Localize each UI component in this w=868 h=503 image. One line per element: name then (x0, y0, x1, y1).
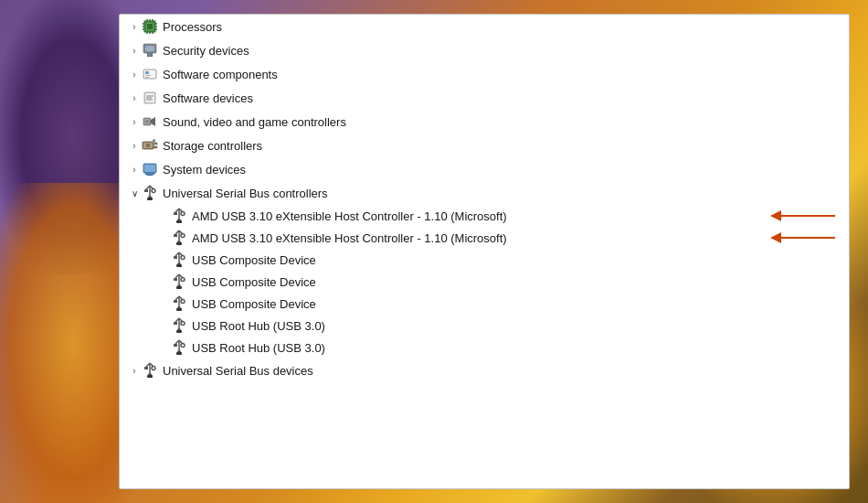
processors-label: Processors (163, 20, 222, 34)
sidebar-item-usb-controllers[interactable]: ∨ Universal Serial Bus controllers (120, 181, 849, 205)
svg-rect-82 (176, 286, 182, 289)
svg-point-48 (152, 189, 155, 193)
svg-point-73 (181, 256, 185, 260)
svg-rect-89 (176, 308, 182, 311)
sidebar-item-security-devices[interactable]: › Security devices (120, 38, 849, 62)
usb-root-1-item[interactable]: USB Root Hub (USB 3.0) (120, 315, 849, 337)
svg-point-80 (181, 278, 185, 282)
svg-rect-107 (144, 367, 148, 369)
usb-controllers-label: Universal Serial Bus controllers (163, 187, 328, 200)
svg-rect-42 (145, 173, 154, 175)
expand-arrow-usb-controllers: ∨ (127, 186, 142, 200)
usb-composite-2-icon (171, 273, 187, 290)
svg-marker-30 (151, 117, 155, 126)
svg-point-37 (147, 144, 149, 146)
software-devices-label: Software devices (163, 91, 253, 105)
amd-usb-2-icon (171, 230, 187, 246)
svg-rect-93 (174, 322, 177, 325)
svg-rect-54 (174, 212, 177, 215)
processors-icon (142, 18, 158, 35)
usb-root-1-icon (171, 317, 187, 334)
usb-composite-2-item[interactable]: USB Composite Device (120, 271, 849, 293)
svg-rect-41 (144, 165, 155, 172)
usb-root-2-label: USB Root Hub (USB 3.0) (192, 341, 325, 355)
sidebar-item-system-devices[interactable]: › System devices (120, 157, 849, 181)
usb-controllers-icon (142, 185, 158, 201)
system-devices-label: System devices (163, 163, 246, 177)
annotation-arrow-2 (767, 229, 840, 247)
svg-rect-21 (145, 71, 149, 74)
usb-devices-label: Universal Serial Bus devices (163, 364, 313, 378)
software-devices-icon (142, 90, 158, 106)
software-components-label: Software components (163, 68, 278, 81)
usb-controllers-children: AMD USB 3.10 eXtensible Host Controller … (120, 205, 849, 359)
svg-rect-100 (174, 344, 177, 347)
security-icon (142, 42, 158, 59)
expand-arrow-usb-devices: › (127, 363, 142, 378)
security-devices-label: Security devices (163, 44, 249, 58)
amd-usb-2-label: AMD USB 3.10 eXtensible Host Controller … (192, 231, 507, 245)
usb-composite-3-item[interactable]: USB Composite Device (120, 293, 849, 315)
amd-usb-1-label: AMD USB 3.10 eXtensible Host Controller … (192, 209, 507, 223)
usb-root-1-label: USB Root Hub (USB 3.0) (192, 319, 325, 333)
usb-composite-2-label: USB Composite Device (192, 275, 316, 289)
svg-point-33 (146, 121, 148, 123)
amd-usb-2-item[interactable]: AMD USB 3.10 eXtensible Host Controller … (120, 227, 849, 249)
usb-composite-3-icon (171, 295, 187, 312)
usb-composite-1-label: USB Composite Device (192, 253, 316, 267)
sound-video-icon (142, 113, 158, 130)
usb-devices-icon (142, 362, 158, 379)
expand-arrow-security: › (127, 43, 142, 58)
svg-rect-66 (176, 242, 182, 245)
svg-rect-79 (174, 278, 177, 281)
sidebar-item-sound-video[interactable]: › Sound, video and game controllers (120, 110, 849, 134)
expand-arrow-sound: › (127, 114, 142, 129)
svg-point-94 (181, 322, 185, 326)
svg-point-101 (181, 344, 185, 348)
device-tree-scroll[interactable]: › (120, 15, 849, 488)
amd-usb-1-item[interactable]: AMD USB 3.10 eXtensible Host Controller … (120, 205, 849, 227)
sound-video-label: Sound, video and game controllers (163, 115, 346, 129)
svg-rect-63 (174, 234, 177, 237)
usb-composite-1-icon (171, 252, 187, 268)
system-devices-icon (142, 161, 158, 177)
expand-arrow-software-comp: › (127, 67, 142, 81)
storage-label: Storage controllers (163, 139, 262, 153)
main-panel: › (119, 14, 850, 489)
svg-point-108 (152, 367, 155, 370)
svg-rect-72 (174, 256, 177, 259)
annotation-arrow-1 (767, 207, 840, 225)
svg-point-55 (181, 212, 185, 216)
expand-arrow-system: › (127, 162, 142, 177)
svg-rect-110 (147, 375, 153, 378)
usb-root-2-item[interactable]: USB Root Hub (USB 3.0) (120, 337, 849, 359)
sidebar-item-usb-devices[interactable]: › Universal Serial Bus devices (120, 359, 849, 382)
svg-rect-22 (145, 75, 151, 76)
svg-rect-2 (147, 24, 153, 29)
svg-rect-39 (153, 146, 157, 148)
usb-root-2-icon (171, 339, 187, 356)
svg-rect-57 (176, 220, 182, 223)
svg-rect-43 (147, 175, 153, 176)
storage-icon (142, 137, 158, 154)
svg-point-64 (181, 234, 185, 238)
svg-rect-50 (147, 198, 153, 200)
svg-rect-23 (145, 77, 149, 78)
sidebar-item-software-components[interactable]: › Software components (120, 62, 849, 86)
svg-rect-96 (176, 330, 182, 333)
software-components-icon (142, 66, 158, 82)
sidebar-item-storage[interactable]: › Storage controllers (120, 134, 849, 157)
sidebar-item-processors[interactable]: › (120, 15, 849, 38)
svg-rect-47 (144, 189, 148, 192)
expand-arrow-storage: › (127, 138, 142, 153)
usb-composite-1-item[interactable]: USB Composite Device (120, 249, 849, 271)
expand-arrow-software-dev: › (127, 91, 142, 105)
usb-composite-3-label: USB Composite Device (192, 297, 316, 311)
svg-rect-103 (176, 352, 182, 355)
svg-rect-75 (176, 264, 182, 267)
svg-point-87 (181, 300, 185, 304)
expand-arrow-processors: › (127, 19, 142, 34)
svg-rect-86 (174, 300, 177, 303)
amd-usb-1-icon (171, 208, 187, 224)
sidebar-item-software-devices[interactable]: › Software devices (120, 86, 849, 110)
